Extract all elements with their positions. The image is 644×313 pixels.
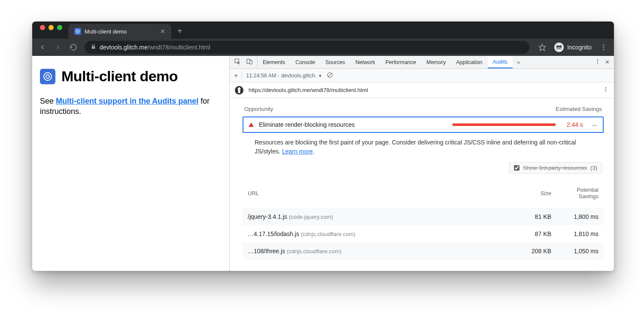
inspect-icon[interactable] — [234, 58, 241, 66]
opportunity-description: Resources are blocking the first paint o… — [243, 138, 604, 162]
audit-run-selector[interactable]: 11:24:56 AM - devtools.glitch. ▼ — [246, 73, 322, 79]
browser-menu-button[interactable] — [597, 40, 611, 54]
devtools-tab-application[interactable]: Application — [451, 56, 487, 68]
resource-savings: 1,050 ms — [556, 242, 604, 260]
devtools-tab-audits[interactable]: Audits — [488, 56, 513, 68]
lighthouse-icon — [235, 86, 243, 95]
clear-audit-icon[interactable] — [327, 72, 333, 80]
svg-point-10 — [46, 75, 49, 78]
warning-triangle-icon — [249, 123, 254, 127]
svg-point-9 — [44, 73, 52, 80]
third-party-toggle[interactable]: Show 3rd-party resources (3) — [509, 162, 602, 174]
new-tab-button[interactable]: + — [171, 26, 188, 39]
devtools-tab-memory[interactable]: Memory — [421, 56, 451, 68]
audit-report-header: https://devtools.glitch.me/wndt78/multic… — [230, 83, 614, 98]
col-savings: Potential Savings — [556, 181, 604, 208]
svg-point-7 — [603, 47, 605, 48]
resource-savings: 1,810 ms — [556, 225, 604, 242]
resource-path: …4.17.15/lodash.js — [248, 230, 299, 237]
audit-body: Opportunity Estimated Savings Eliminate … — [230, 98, 614, 271]
minimize-window-button[interactable] — [49, 25, 54, 30]
resource-domain: (cdnjs.cloudflare.com) — [287, 248, 341, 255]
table-row: …108/three.js (cdnjs.cloudflare.com)208 … — [243, 242, 604, 260]
resource-domain: (cdnjs.cloudflare.com) — [301, 231, 355, 237]
devtools-tab-elements[interactable]: Elements — [258, 56, 290, 68]
incognito-indicator: Incognito — [551, 43, 595, 52]
resource-path: …108/three.js — [248, 248, 285, 255]
devtools-tab-sources[interactable]: Sources — [320, 56, 350, 68]
address-path: /wndt78/multiclient.html — [148, 44, 210, 51]
back-button[interactable] — [36, 40, 49, 54]
devtools-tab-performance[interactable]: Performance — [380, 56, 422, 68]
svg-point-1 — [77, 31, 79, 32]
audits-toolbar: + 11:24:56 AM - devtools.glitch. ▼ — [230, 69, 614, 83]
chevron-down-icon: ▼ — [318, 74, 322, 78]
chevron-up-icon: ︿ — [592, 121, 598, 129]
page-intro: See Multi-client support in the Audits p… — [40, 96, 222, 117]
lock-icon — [91, 44, 96, 51]
svg-point-14 — [597, 59, 598, 60]
svg-point-20 — [605, 87, 606, 88]
third-party-label: Show 3rd-party resources — [523, 165, 587, 171]
resource-size: 81 KB — [493, 208, 556, 225]
svg-point-22 — [605, 91, 606, 92]
page-logo-icon — [40, 69, 55, 84]
svg-rect-19 — [238, 89, 240, 93]
svg-rect-13 — [250, 60, 252, 64]
forward-button[interactable] — [51, 40, 65, 54]
resource-path: /jquery-3.4.1.js — [248, 213, 287, 220]
titlebar: Multi-client demo ✕ + — [32, 21, 614, 39]
incognito-icon — [554, 43, 564, 52]
bookmark-button[interactable] — [535, 40, 549, 54]
resource-domain: (code.jquery.com) — [289, 214, 333, 220]
opportunity-row[interactable]: Eliminate render-blocking resources 2.44… — [243, 117, 604, 133]
svg-point-4 — [557, 48, 559, 49]
svg-point-5 — [560, 48, 562, 49]
devtools-panel: ElementsConsoleSourcesNetworkPerformance… — [230, 56, 614, 271]
opportunity-title: Eliminate render-blocking resources — [259, 121, 355, 128]
maximize-window-button[interactable] — [57, 25, 62, 30]
opportunity-header: Opportunity — [244, 106, 273, 112]
resource-size: 208 KB — [493, 242, 556, 260]
learn-more-link[interactable]: Learn more — [282, 148, 313, 155]
window-controls — [36, 25, 66, 35]
table-row: /jquery-3.4.1.js (code.jquery.com)81 KB1… — [243, 208, 604, 225]
devtools-tab-console[interactable]: Console — [290, 56, 320, 68]
devtools-tab-network[interactable]: Network — [350, 56, 380, 68]
page-viewport: Multi-client demo See Multi-client suppo… — [32, 56, 230, 271]
svg-point-16 — [597, 63, 598, 64]
address-bar[interactable]: devtools.glitch.me/wndt78/multiclient.ht… — [85, 41, 529, 54]
estimated-savings-header: Estimated Savings — [556, 106, 602, 112]
device-toggle-icon[interactable] — [246, 58, 253, 66]
svg-point-6 — [603, 44, 605, 46]
tab-favicon — [74, 28, 81, 35]
resources-table: URL Size Potential Savings /jquery-3.4.1… — [243, 181, 604, 260]
table-row: …4.17.15/lodash.js (cdnjs.cloudflare.com… — [243, 225, 604, 242]
col-url: URL — [243, 181, 493, 208]
svg-point-15 — [597, 61, 598, 62]
third-party-count: (3) — [590, 165, 597, 171]
svg-line-18 — [328, 73, 332, 77]
devtools-menu-icon[interactable] — [595, 58, 601, 66]
svg-point-8 — [603, 49, 605, 50]
more-tabs-icon[interactable]: » — [517, 59, 520, 65]
intro-link[interactable]: Multi-client support in the Audits panel — [56, 97, 198, 105]
audit-report-url: https://devtools.glitch.me/wndt78/multic… — [249, 87, 368, 93]
browser-window: Multi-client demo ✕ + devtools.glitch.me… — [32, 21, 614, 271]
new-audit-button[interactable]: + — [234, 72, 242, 80]
incognito-label: Incognito — [567, 44, 592, 51]
savings-bar — [453, 123, 556, 126]
svg-point-0 — [76, 30, 80, 34]
report-menu-icon[interactable] — [603, 86, 609, 94]
browser-tab[interactable]: Multi-client demo ✕ — [68, 24, 171, 39]
third-party-checkbox[interactable] — [514, 165, 519, 171]
svg-rect-3 — [556, 47, 562, 47]
resource-savings: 1,800 ms — [556, 208, 604, 225]
close-tab-button[interactable]: ✕ — [160, 28, 165, 35]
devtools-close-icon[interactable]: ✕ — [605, 59, 610, 65]
svg-point-21 — [605, 89, 606, 90]
svg-marker-2 — [539, 44, 546, 51]
close-window-button[interactable] — [40, 25, 45, 30]
reload-button[interactable] — [67, 40, 80, 54]
address-host: devtools.glitch.me — [100, 44, 148, 51]
